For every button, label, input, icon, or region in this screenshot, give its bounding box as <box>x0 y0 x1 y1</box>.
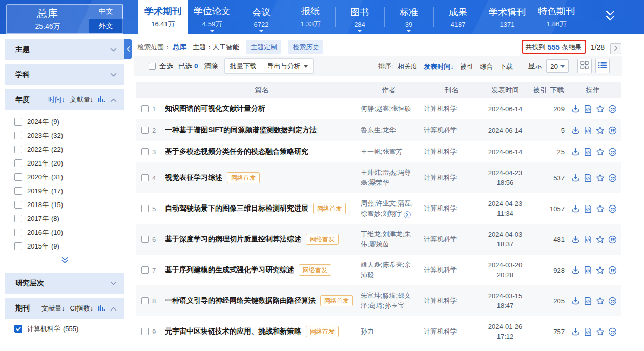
authors-names[interactable]: 朱富坤;滕臻;邵文泽;葛琦;孙玉宝 <box>361 292 411 309</box>
download-icon[interactable] <box>571 327 580 336</box>
nav-expand-button[interactable] <box>598 0 622 34</box>
article-title-link[interactable]: 视觉表征学习综述 <box>165 173 222 182</box>
article-title-link[interactable]: 一种语义引导的神经网络关键数据路由路径算法 <box>165 296 316 305</box>
download-count-cell[interactable]: 209 <box>549 98 565 119</box>
row-checkbox[interactable] <box>141 174 149 181</box>
authors-text[interactable]: 朱富坤;滕臻;邵文泽;葛琦;孙玉宝 <box>361 291 417 311</box>
download-count-cell[interactable]: 205 <box>549 285 565 316</box>
list-view-button[interactable] <box>595 59 610 73</box>
journal-sort-by-count[interactable]: 文献量↓ <box>41 304 65 313</box>
year-checkbox[interactable] <box>14 187 22 195</box>
grid-view-button[interactable] <box>577 59 592 73</box>
journal-name-link[interactable]: 计算机科学 <box>424 104 457 113</box>
batch-download-button[interactable]: 批量下载 <box>225 59 262 73</box>
citation-quote-icon[interactable] <box>608 105 617 113</box>
html-read-icon[interactable] <box>584 204 592 213</box>
citation-quote-icon[interactable] <box>608 174 617 182</box>
filter-panel-header[interactable]: 学科 <box>5 64 124 85</box>
download-icon[interactable] <box>571 174 580 182</box>
html-read-icon[interactable] <box>584 126 592 135</box>
row-checkbox[interactable] <box>141 205 149 212</box>
favorite-star-icon[interactable] <box>596 105 605 113</box>
search-history-button[interactable]: 检索历史 <box>288 40 323 54</box>
page-size-select[interactable]: 20 <box>546 59 569 73</box>
chevron-up-icon[interactable] <box>110 95 117 105</box>
authors-names[interactable]: 姚天磊;陈希亮;余沛毅 <box>361 261 411 279</box>
authors-names[interactable]: 王一帆;张雪芳 <box>361 148 403 155</box>
citation-quote-icon[interactable] <box>608 148 617 156</box>
row-checkbox[interactable] <box>141 297 149 304</box>
database-tab[interactable]: 学术辑刊 1371 <box>483 0 532 34</box>
article-title-link[interactable]: 基于序列建模的生成式强化学习研究综述 <box>165 265 294 275</box>
year-filter-item[interactable]: 2015年 (9) <box>5 239 124 253</box>
download-count-cell[interactable]: 481 <box>549 224 565 255</box>
authors-text[interactable]: 姚天磊;陈希亮;余沛毅 <box>361 260 417 280</box>
download-icon[interactable] <box>571 148 580 156</box>
favorite-star-icon[interactable] <box>596 327 605 336</box>
lang-tab-chinese[interactable]: 中文 <box>89 5 123 19</box>
next-page-button[interactable] <box>610 43 621 54</box>
citation-quote-icon[interactable] <box>608 126 617 135</box>
sort-option[interactable]: 综合 <box>480 63 493 70</box>
select-all-checkbox[interactable] <box>149 63 156 70</box>
year-sort-by-time[interactable]: 时间↓ <box>48 95 65 105</box>
authors-text[interactable]: 何静;赵睿;张恒硕 <box>361 104 411 114</box>
journal-checkbox[interactable] <box>14 325 22 333</box>
sort-option[interactable]: 被引 <box>460 63 473 70</box>
html-read-icon[interactable] <box>584 235 592 244</box>
authors-text[interactable]: 周燕;许业文;蒲磊;徐雪妙;刘翔宇 <box>361 198 417 219</box>
sort-option[interactable]: 相关度 <box>398 63 418 70</box>
citation-quote-icon[interactable] <box>608 327 617 336</box>
download-count-cell[interactable]: 25 <box>549 141 565 162</box>
expand-more-years-button[interactable] <box>5 255 124 266</box>
sort-option[interactable]: 发表时间↓ <box>424 63 454 70</box>
year-checkbox[interactable] <box>14 242 22 250</box>
year-filter-item[interactable]: 2017年 (8) <box>5 212 124 225</box>
row-checkbox[interactable] <box>141 266 149 274</box>
row-checkbox[interactable] <box>141 105 149 112</box>
html-read-icon[interactable] <box>584 148 592 156</box>
download-icon[interactable] <box>571 297 580 305</box>
more-authors-button[interactable] <box>404 211 411 218</box>
download-count-cell[interactable]: 537 <box>549 162 565 193</box>
chevron-up-icon[interactable] <box>110 304 117 313</box>
download-count-cell[interactable]: 928 <box>549 255 565 285</box>
database-tab[interactable]: 特色期刊 1.86万 <box>532 0 581 34</box>
authors-names[interactable]: 鲁东生;龙华 <box>361 126 396 134</box>
favorite-star-icon[interactable] <box>596 174 605 182</box>
authors-text[interactable]: 鲁东生;龙华 <box>361 125 396 135</box>
database-tab[interactable]: 成果 4187 <box>433 0 483 34</box>
clear-selection-button[interactable]: 清除 <box>204 61 218 71</box>
html-read-icon[interactable] <box>584 105 592 113</box>
download-icon[interactable] <box>571 235 580 244</box>
database-tab[interactable]: 会议 6722 <box>237 0 286 34</box>
download-icon[interactable] <box>571 105 580 113</box>
journal-name-link[interactable]: 计算机科学 <box>424 265 457 275</box>
journal-name-link[interactable]: 计算机科学 <box>424 147 457 156</box>
citation-quote-icon[interactable] <box>608 235 617 244</box>
year-checkbox[interactable] <box>14 132 22 139</box>
download-count-cell[interactable]: 5 <box>549 119 565 141</box>
year-sort-by-count[interactable]: 文献量↓ <box>70 95 94 105</box>
html-read-icon[interactable] <box>584 297 592 305</box>
database-tab[interactable]: 图书 284 <box>335 0 384 34</box>
year-checkbox[interactable] <box>14 173 22 181</box>
article-title-link[interactable]: 一种基于谱图SIFT的同源频谱监测数据判定方法 <box>165 126 317 135</box>
year-filter-item[interactable]: 2020年 (31) <box>5 170 124 184</box>
journal-name-link[interactable]: 计算机科学 <box>424 235 457 244</box>
download-icon[interactable] <box>571 266 580 275</box>
year-filter-item[interactable]: 2023年 (32) <box>5 129 124 142</box>
row-checkbox[interactable] <box>141 328 149 335</box>
favorite-star-icon[interactable] <box>596 297 605 305</box>
article-title-link[interactable]: 基于深度学习的病理切片质量控制算法综述 <box>165 235 301 244</box>
export-analyze-button[interactable]: 导出与分析 <box>262 59 313 73</box>
html-read-icon[interactable] <box>584 266 592 275</box>
journal-name-link[interactable]: 计算机科学 <box>424 204 457 213</box>
favorite-star-icon[interactable] <box>596 266 605 275</box>
year-checkbox[interactable] <box>14 229 22 236</box>
year-checkbox[interactable] <box>14 201 22 209</box>
article-title-link[interactable]: 元宇宙中区块链技术的应用、挑战和新策略 <box>165 327 301 336</box>
citation-quote-icon[interactable] <box>608 204 617 213</box>
favorite-star-icon[interactable] <box>596 204 605 213</box>
bar-chart-icon[interactable] <box>98 304 105 313</box>
